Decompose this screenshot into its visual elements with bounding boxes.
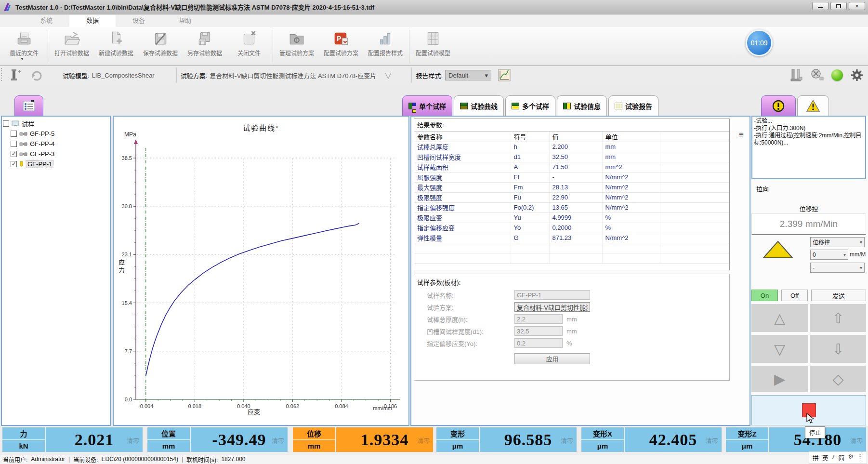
plan-dropdown-icon[interactable]: ▽	[385, 70, 391, 80]
checkbox[interactable]	[11, 131, 17, 137]
config-model-button[interactable]: 配置试验模型	[411, 29, 455, 65]
tree-root-specimens[interactable]: 试样	[3, 119, 109, 129]
menu-tab-system[interactable]: 系统	[23, 14, 69, 27]
off-button[interactable]: Off	[781, 290, 808, 301]
tab-test-log[interactable]	[761, 95, 796, 116]
minimize-button[interactable]	[812, 2, 829, 10]
clear-deformation-z-button[interactable]: 清零	[850, 435, 863, 444]
send-button[interactable]: 发送	[811, 290, 866, 301]
clear-deformation-button[interactable]: 清零	[561, 435, 573, 444]
tab-test-curve[interactable]: 试验曲线	[454, 95, 504, 116]
curve-preview-icon[interactable]	[498, 69, 511, 81]
config-report-style-button[interactable]: 配置报告样式	[363, 29, 408, 65]
field-width: 凹槽间试样宽度(d1): mm	[427, 325, 729, 337]
manage-plan-button[interactable]: 管理试验方案	[275, 29, 319, 65]
config-plan-button[interactable]: P 配置试验方案	[319, 29, 363, 65]
test-curve-chart[interactable]: 0.07.715.423.130.838.5-0.0040.0180.0400.…	[113, 116, 409, 426]
recent-files-caret-icon[interactable]: ▼	[20, 57, 24, 61]
x-axis-unit: mm/mm	[373, 405, 392, 411]
measure-cell-displacement: 位移mm 1.9334 清零	[293, 427, 433, 452]
menu-tab-help[interactable]: 帮助	[162, 14, 208, 27]
return-down-button[interactable]: ⇩	[810, 335, 866, 363]
jog-down-fast-button[interactable]: ▽	[751, 335, 808, 363]
x-axis-label: 应变	[114, 407, 394, 416]
machine-status-icon[interactable]	[790, 68, 802, 82]
control-mode-select[interactable]: 位移控▾	[810, 237, 865, 247]
ribbon-separator	[48, 30, 48, 64]
refresh-icon[interactable]	[30, 68, 43, 82]
checkbox[interactable]: ✓	[11, 161, 17, 167]
tree-item-gf-pp-1[interactable]: ✓ GF-PP-1	[3, 159, 109, 169]
disconnect-icon[interactable]	[810, 68, 824, 82]
aux-select[interactable]: -▾	[810, 263, 865, 273]
open-data-button[interactable]: 打开试验数据	[50, 29, 94, 65]
tree-item-gf-pp-5[interactable]: GF-PP-5	[3, 129, 109, 139]
config-report-style-icon	[377, 30, 394, 47]
test-log[interactable]: -试验... -执行:(入口力:300N) -执行:通用过程(控制速度:2mm/…	[751, 116, 866, 179]
restore-button[interactable]	[830, 2, 847, 10]
tab-test-info[interactable]: 试验信息	[557, 95, 607, 116]
specimen-list-icon	[23, 100, 35, 112]
checkbox[interactable]	[3, 120, 9, 127]
sample-name-input[interactable]	[514, 290, 590, 300]
apply-button[interactable]: 应用	[514, 353, 590, 364]
jog-direction-icon[interactable]	[762, 240, 794, 259]
settings-gear-icon[interactable]	[851, 69, 863, 81]
tab-specimen-list[interactable]	[14, 95, 43, 116]
new-data-button[interactable]: 新建试验数据	[94, 29, 138, 65]
add-sensor-icon[interactable]	[8, 68, 22, 82]
result-parameters-table[interactable]: 参数名称 符号 值 单位 试棒总厚度h2.200mm 凹槽间试样宽度d132.5…	[414, 132, 729, 264]
offset-strain-input[interactable]	[514, 338, 563, 348]
clear-displacement-button[interactable]: 清零	[417, 435, 430, 444]
recent-files-button[interactable]: 最近的文件	[2, 29, 46, 65]
current-device: EDCi20 (0000000000000154)	[102, 456, 178, 463]
titlebar: TestMaster 1.0 - D:\TestMaster 1.0\bin\D…	[0, 0, 868, 14]
panel-menu-icon[interactable]: ≡	[739, 130, 744, 140]
separator	[176, 67, 177, 83]
thickness-input[interactable]	[514, 314, 563, 324]
close-file-button[interactable]: 关闭文件	[227, 29, 271, 65]
svg-text:38.5: 38.5	[122, 155, 132, 161]
open-data-icon	[64, 30, 80, 47]
ime-settings-icon[interactable]: ⚙	[848, 453, 854, 462]
report-style-select[interactable]: Default ▾	[445, 70, 491, 80]
tab-warnings[interactable]	[797, 95, 829, 116]
down-triangle-icon: ▽	[774, 341, 785, 358]
return-up-button[interactable]: ⇧	[810, 304, 866, 332]
force-value: 2.021	[75, 431, 114, 449]
clear-position-button[interactable]: 清零	[272, 435, 284, 444]
tab-single-specimen[interactable]: 单个试样	[402, 95, 452, 116]
ime-simplified-icon[interactable]: 简	[838, 453, 844, 462]
svg-text:30.8: 30.8	[122, 203, 132, 209]
menu-tab-data[interactable]: 数据	[69, 14, 116, 27]
ime-more-icon[interactable]: ⋮	[857, 453, 863, 462]
menu-tab-device[interactable]: 设备	[116, 14, 162, 27]
checkbox[interactable]: ✓	[11, 151, 17, 157]
test-plan-input[interactable]	[514, 302, 590, 312]
clear-force-button[interactable]: 清零	[127, 435, 139, 444]
toolbar-grip[interactable]	[1, 68, 4, 82]
center-position-button[interactable]: ◇	[810, 366, 866, 392]
test-report-icon	[615, 103, 622, 109]
width-input[interactable]	[514, 326, 563, 336]
ime-sound-icon[interactable]: ♪	[832, 453, 835, 462]
y-axis-unit: MPa	[124, 131, 136, 138]
tree-item-gf-pp-4[interactable]: GF-PP-4	[3, 139, 109, 149]
speed-value-select[interactable]: 0▾	[810, 250, 848, 260]
tree-item-gf-pp-3[interactable]: ✓ GF-PP-3	[3, 149, 109, 159]
save-as-data-button[interactable]: 另存试验数据	[183, 29, 227, 65]
run-button[interactable]: ▶	[751, 366, 808, 392]
close-button[interactable]: ×	[849, 2, 865, 10]
tab-test-report[interactable]: 试验报告	[608, 95, 658, 116]
checkbox[interactable]	[11, 141, 17, 147]
ime-pinyin-icon[interactable]: 拼	[813, 453, 819, 462]
jog-up-fast-button[interactable]: △	[751, 304, 808, 332]
clear-deformation-x-button[interactable]: 清零	[706, 435, 718, 444]
ime-toolbar[interactable]: 拼 英 ♪ 简 ⚙ ⋮	[809, 451, 867, 464]
ribbon-separator	[409, 30, 409, 64]
tab-multi-specimen[interactable]: 多个试样	[505, 95, 555, 116]
ime-english-icon[interactable]: 英	[822, 453, 829, 462]
measure-cell-position: 位置mm -349.49 清零	[147, 427, 288, 452]
on-button[interactable]: On	[751, 290, 778, 301]
save-data-button[interactable]: 保存试验数据	[138, 29, 183, 65]
